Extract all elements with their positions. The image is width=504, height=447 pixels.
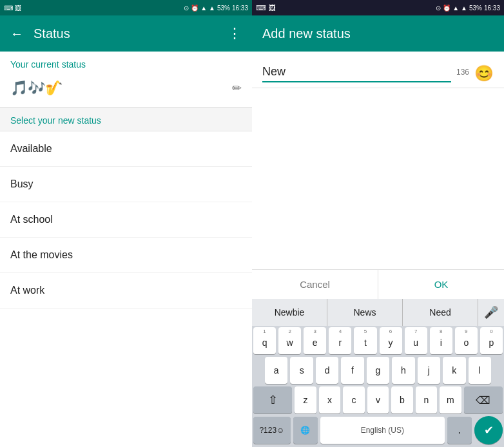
signal-icon-right: ▲: [461, 5, 467, 12]
time-right: 16:33: [484, 5, 500, 12]
battery-right: 53%: [469, 5, 482, 12]
select-status-section: Select your new status: [0, 108, 252, 131]
key-u[interactable]: 7u: [405, 327, 427, 354]
mic-button[interactable]: 🎤: [478, 305, 504, 319]
dot-key[interactable]: .: [447, 417, 472, 444]
key-x[interactable]: x: [319, 386, 340, 414]
key-h[interactable]: h: [392, 357, 414, 384]
key-q[interactable]: 1q: [253, 327, 276, 354]
battery-left: 53%: [217, 5, 230, 12]
current-status-row: 🎵🎶🎷 ✏: [10, 75, 242, 102]
status-toolbar: ← Status ⋮: [0, 15, 252, 52]
key-d[interactable]: d: [316, 357, 338, 384]
sim-icon-right: ⊙: [436, 5, 441, 12]
current-status-emoji: 🎵🎶🎷: [10, 80, 63, 97]
dialog-buttons: Cancel OK: [252, 269, 504, 299]
keyboard-bottom-row: ?123☺ 🌐 English (US) . ✔: [252, 415, 504, 447]
cancel-button[interactable]: Cancel: [252, 270, 378, 299]
keyboard-row-2: a s d f g h j k l: [252, 356, 504, 385]
status-item-available[interactable]: Available: [0, 131, 252, 167]
keyboard-row-3: ⇧ z x c v b n m ⌫: [252, 385, 504, 415]
char-counter: 136: [456, 68, 469, 77]
current-status-section: Your current status 🎵🎶🎷 ✏: [0, 52, 252, 108]
backspace-key[interactable]: ⌫: [464, 386, 503, 414]
status-item-movies[interactable]: At the movies: [0, 238, 252, 273]
wifi-icon: ▲: [200, 5, 207, 12]
image-icon: 🖼: [15, 5, 21, 12]
sim-icon: ⊙: [184, 5, 189, 12]
time-left: 16:33: [232, 5, 248, 12]
key-i[interactable]: 8i: [430, 327, 452, 354]
alarm-icon: ⏰: [191, 5, 199, 12]
wifi-icon-right: ▲: [452, 5, 459, 12]
alarm-icon-right: ⏰: [443, 5, 451, 12]
key-b[interactable]: b: [391, 386, 412, 414]
suggestion-newbie[interactable]: Newbie: [252, 299, 327, 326]
keyboard-suggestions: Newbie News Need 🎤: [252, 299, 504, 326]
globe-key[interactable]: 🌐: [293, 417, 318, 444]
left-statusbar-right: ⊙ ⏰ ▲ ▲ 53% 16:33: [184, 5, 248, 12]
key-r[interactable]: 4r: [329, 327, 351, 354]
add-status-title: Add new status: [262, 26, 351, 41]
key-z[interactable]: z: [295, 386, 316, 414]
key-o[interactable]: 9o: [455, 327, 478, 354]
key-j[interactable]: j: [418, 357, 440, 384]
status-item-busy[interactable]: Busy: [0, 167, 252, 202]
add-toolbar: Add new status: [252, 15, 504, 52]
key-p[interactable]: 0p: [480, 327, 503, 354]
right-statusbar-left: ⌨ 🖼: [256, 4, 276, 12]
enter-key[interactable]: ✔: [474, 416, 503, 444]
keyboard: Newbie News Need 🎤 1q 2w 3e 4r 5t 6y 7u …: [252, 299, 504, 447]
shift-key[interactable]: ⇧: [253, 386, 292, 414]
right-statusbar: ⌨ 🖼 ⊙ ⏰ ▲ ▲ 53% 16:33: [252, 0, 504, 15]
key-v[interactable]: v: [367, 386, 389, 414]
key-e[interactable]: 3e: [304, 327, 326, 354]
keyboard-icon-right: ⌨: [256, 4, 266, 12]
emoji-button[interactable]: 😊: [474, 64, 494, 82]
ok-button[interactable]: OK: [378, 270, 504, 299]
back-button[interactable]: ←: [10, 26, 23, 41]
status-panel: ⌨ 🖼 ⊙ ⏰ ▲ ▲ 53% 16:33 ← Status ⋮ Your cu…: [0, 0, 252, 447]
key-g[interactable]: g: [367, 357, 389, 384]
key-k[interactable]: k: [443, 357, 465, 384]
key-t[interactable]: 5t: [354, 327, 376, 354]
key-f[interactable]: f: [341, 357, 363, 384]
input-wrapper: 136 😊: [262, 62, 494, 82]
suggestion-need[interactable]: Need: [403, 299, 478, 326]
right-statusbar-right: ⊙ ⏰ ▲ ▲ 53% 16:33: [436, 5, 500, 12]
status-list: Available Busy At school At the movies A…: [0, 131, 252, 447]
add-status-panel: ⌨ 🖼 ⊙ ⏰ ▲ ▲ 53% 16:33 Add new status 136…: [252, 0, 504, 447]
key-w[interactable]: 2w: [278, 327, 301, 354]
signal-icon: ▲: [209, 5, 215, 12]
input-spacer: [252, 88, 504, 269]
select-status-label: Select your new status: [10, 115, 242, 126]
symbols-key[interactable]: ?123☺: [253, 417, 291, 444]
more-button[interactable]: ⋮: [228, 25, 242, 42]
status-title: Status: [34, 26, 217, 41]
key-a[interactable]: a: [265, 357, 287, 384]
current-status-label: Your current status: [10, 59, 242, 70]
space-key[interactable]: English (US): [320, 417, 444, 444]
add-input-area: 136 😊: [252, 52, 504, 88]
status-input[interactable]: [262, 62, 451, 82]
key-s[interactable]: s: [290, 357, 313, 384]
key-l[interactable]: l: [469, 357, 491, 384]
keyboard-icon: ⌨: [4, 5, 13, 12]
key-m[interactable]: m: [440, 386, 461, 414]
key-c[interactable]: c: [343, 386, 364, 414]
status-item-school[interactable]: At school: [0, 202, 252, 238]
key-n[interactable]: n: [416, 386, 437, 414]
keyboard-row-1: 1q 2w 3e 4r 5t 6y 7u 8i 9o 0p: [252, 326, 504, 356]
key-y[interactable]: 6y: [380, 327, 402, 354]
left-statusbar: ⌨ 🖼 ⊙ ⏰ ▲ ▲ 53% 16:33: [0, 0, 252, 15]
image-icon-right: 🖼: [269, 4, 276, 12]
edit-status-button[interactable]: ✏: [232, 81, 242, 95]
status-item-work[interactable]: At work: [0, 273, 252, 309]
suggestion-news[interactable]: News: [327, 299, 403, 326]
left-statusbar-left: ⌨ 🖼: [4, 5, 21, 12]
